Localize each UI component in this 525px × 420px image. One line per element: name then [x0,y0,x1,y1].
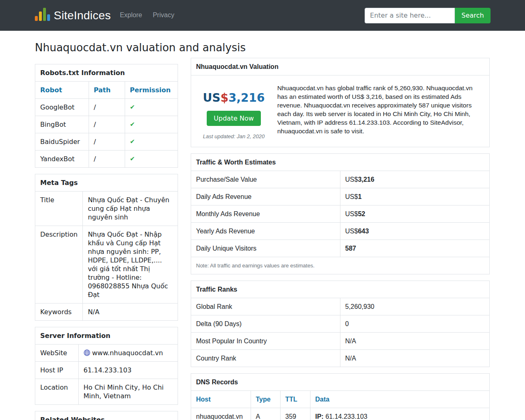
dns-records-card-title: DNS Records [191,374,489,391]
currency-prefix: US$ [345,210,358,217]
table-row: Title Nhựa Quốc Đạt - Chuyên cung cấp Hạ… [35,192,178,226]
table-row: Country Rank N/A [191,350,489,367]
website-url[interactable]: www.nhuaquocdat.vn [92,349,163,357]
meta-tags-card-title: Meta Tags [35,174,178,192]
meta-label: Title [35,192,83,226]
dns-col-data: Data [310,391,489,408]
robots-col-path: Path [89,82,125,99]
robot-name: YandexBot [35,151,89,168]
rank-value: 0 [340,315,489,333]
metric-number: 3,216 [358,176,374,183]
meta-tags-card: Meta Tags Title Nhựa Quốc Đạt - Chuyên c… [35,174,178,321]
brand-name: SiteIndices [54,10,111,22]
dns-col-ttl: TTL [280,391,310,408]
table-row: Host IP 61.14.233.103 [35,362,178,379]
metric-value: US$643 [340,223,489,240]
table-row: Location Ho Chi Minh City, Ho Chi Minh, … [35,379,178,405]
dns-col-host: Host [191,391,251,408]
robots-card: Robots.txt Information Robot Path Permis… [35,64,178,168]
related-websites-card: Related Websites Site Rank hanoiplastic.… [35,411,178,420]
metric-number: 643 [358,228,369,235]
table-row: Monthly Ads Revenue US$52 [191,205,489,223]
meta-tags-table: Title Nhựa Quốc Đạt - Chuyên cung cấp Hạ… [35,192,178,320]
website-cell: www.nhuaquocdat.vn [78,345,178,362]
check-icon: ✔ [125,99,178,116]
table-row: YandexBot / ✔ [35,151,178,168]
table-row: WebSite www.nhuaquocdat.vn [35,345,178,362]
valuation-card: Nhuaquocdat.vn Valuation US$3,216 Update… [191,58,490,147]
server-info-card-title: Server Information [35,327,178,345]
rank-label: Delta (90 Days) [191,315,340,333]
location-value: Ho Chi Minh City, Ho Chi Minh, Vietnam [78,379,178,405]
metric-number: 52 [358,210,365,217]
rank-label: Most Popular In Country [191,333,340,350]
valuation-price: US$3,216 [201,91,267,105]
metric-value: US$1 [340,188,489,205]
robot-path: / [89,116,125,133]
table-row: BingBot / ✔ [35,116,178,133]
robots-col-permission: Permission [125,82,178,99]
top-navbar: SiteIndices Explore Privacy Search [0,0,525,31]
metric-value: US$3,216 [340,171,489,188]
rank-label: Country Rank [191,350,340,367]
dns-records-card: DNS Records Host Type TTL Data nhuaquocd… [191,373,490,420]
traffic-ranks-table: Global Rank 5,260,930 Delta (90 Days) 0 … [191,298,489,367]
related-websites-card-title: Related Websites [35,411,178,420]
page-title: Nhuaquocdat.vn valuation and analysis [35,41,490,54]
top-nav: Explore Privacy [120,11,174,19]
traffic-worth-card: Traffic & Worth Estimates Purchase/Sale … [191,153,490,274]
host-ip-value: 61.14.233.103 [78,362,178,379]
currency-prefix: US$ [345,193,358,200]
server-label: Location [35,379,78,405]
last-updated-text: Last updated: Jan 2, 2020 [201,133,267,139]
meta-title-value: Nhựa Quốc Đạt - Chuyên cung cấp Hạt nhựa… [83,192,178,226]
robot-name: BingBot [35,116,89,133]
robot-path: / [89,99,125,116]
metric-label: Yearly Ads Revenue [191,223,340,240]
table-row: GoogleBot / ✔ [35,99,178,116]
valuation-card-title: Nhuaquocdat.vn Valuation [191,58,489,75]
traffic-worth-table: Purchase/Sale Value US$3,216 Daily Ads R… [191,171,489,257]
traffic-worth-card-title: Traffic & Worth Estimates [191,154,489,171]
table-row: Description Nhựa Quốc Đạt - Nhập khẩu và… [35,226,178,304]
meta-label: Description [35,226,83,304]
metric-label: Daily Unique Visitors [191,240,340,257]
table-row: Most Popular In Country N/A [191,333,489,350]
nav-link-explore[interactable]: Explore [120,11,142,19]
valuation-description: Nhuaquocdat.vn has global traffic rank o… [272,83,483,139]
update-now-button[interactable]: Update Now [207,111,261,126]
search-button[interactable]: Search [455,8,491,23]
price-amount: 3,216 [228,91,265,105]
table-row: Global Rank 5,260,930 [191,298,489,315]
check-icon: ✔ [125,151,178,168]
dns-host: nhuaquocdat.vn [191,408,251,420]
robot-name: BaiduSpider [35,133,89,151]
rank-value: N/A [340,333,489,350]
server-info-table: WebSite www.nhuaquocdat.vn [35,345,178,404]
table-row: Daily Unique Visitors 587 [191,240,489,257]
site-search: Search [365,8,491,23]
currency-prefix: US$ [345,228,358,235]
nav-link-privacy[interactable]: Privacy [153,11,174,19]
robot-path: / [89,133,125,151]
dns-data-value: 61.14.233.103 [325,413,367,420]
search-input[interactable] [365,8,455,23]
metric-label: Purchase/Sale Value [191,171,340,188]
dns-type: A [251,408,280,420]
table-row: Delta (90 Days) 0 [191,315,489,333]
robots-table: Robot Path Permission GoogleBot / ✔ Bing… [35,82,178,167]
brand-logo[interactable]: SiteIndices [35,9,111,22]
rank-label: Global Rank [191,298,340,315]
server-label: Host IP [35,362,78,379]
table-row: nhuaquocdat.vn A 359 IP: 61.14.233.103 [191,408,489,420]
rank-value: 5,260,930 [340,298,489,315]
traffic-ranks-card-title: Traffic Ranks [191,281,489,298]
table-row: Daily Ads Revenue US$1 [191,188,489,205]
robot-path: / [89,151,125,168]
dns-data-label: IP: [315,413,324,420]
dns-col-type: Type [251,391,280,408]
metric-value: US$52 [340,205,489,223]
dns-ttl: 359 [280,408,310,420]
currency-prefix: US$ [345,176,358,183]
price-currency: US [203,91,221,105]
